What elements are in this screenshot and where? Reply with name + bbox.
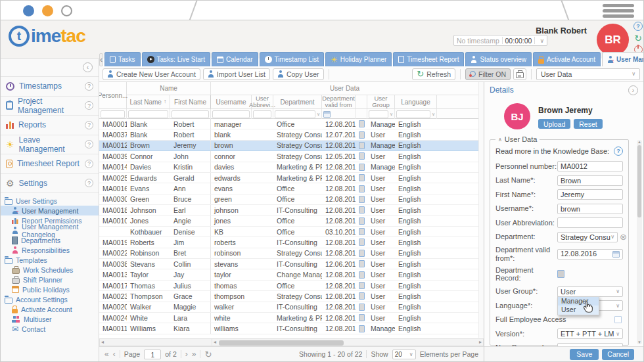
full-employee-access-checkbox[interactable]	[614, 316, 622, 323]
record-icon[interactable]	[359, 292, 365, 300]
column-header-username[interactable]: Username	[211, 95, 252, 109]
hamburger-menu-icon[interactable]	[603, 4, 634, 18]
column-header-first-name[interactable]: First Name	[170, 95, 211, 109]
table-row[interactable]: MA0023ThompsonGracethompsonStrategy Cons…	[99, 291, 484, 302]
tree-item-contact[interactable]: ✉Contact	[1, 324, 99, 334]
print-button[interactable]	[513, 68, 526, 80]
table-row[interactable]: MA0022RobinsonBretrobinsonStrategy Consu…	[99, 248, 484, 259]
page-size-select[interactable]: 20∨	[392, 350, 416, 359]
scroll-right-icon[interactable]: ▸	[479, 340, 482, 345]
record-icon[interactable]	[359, 174, 365, 181]
tab-timesheet-report[interactable]: Timesheet Report	[393, 52, 464, 66]
tab-holiday-planner[interactable]: ☀Holiday Planner	[325, 52, 392, 66]
sidebar-item-settings[interactable]: ⚙Settings?	[1, 174, 99, 194]
tree-item-account-settings[interactable]: Account Settings	[1, 294, 99, 304]
table-row[interactable]: MA0014DaviesKristindaviesMarketing & PR1…	[99, 162, 484, 173]
record-icon[interactable]	[359, 152, 365, 160]
table-row[interactable]: MA0013TaylorJaytaylorChange Management12…	[99, 269, 484, 280]
sidebar-item-reports[interactable]: Reports?	[1, 116, 99, 135]
filter-personnel-input[interactable]	[101, 110, 125, 118]
next-page-button[interactable]: ›	[185, 350, 188, 358]
table-row[interactable]: KothbauerDeniseKBOffice03.10.2016UserEng…	[99, 227, 484, 237]
window-dot-blue-icon[interactable]	[23, 5, 34, 16]
record-icon[interactable]	[359, 164, 365, 171]
refresh-button[interactable]: ↻Refresh	[412, 68, 455, 80]
knowledge-base-help-icon[interactable]: ?	[614, 147, 623, 156]
view-mode-select[interactable]: User Data ∨	[536, 68, 640, 80]
details-scrollbar[interactable]: ▲ ▼	[637, 140, 642, 344]
filter-abbreviation-input[interactable]	[253, 110, 271, 118]
sidebar-item-timestamps[interactable]: Timestamps?	[1, 77, 99, 97]
table-row[interactable]: MA0018JohnsonEarljohnsonIT-Consulting12.…	[99, 205, 484, 215]
upload-button[interactable]: Upload	[538, 119, 570, 129]
help-icon[interactable]: ?	[85, 121, 93, 129]
table-row[interactable]: MA0030GreenBrucegreenOffice12.08.2016Use…	[99, 194, 484, 205]
table-row[interactable]: MA0037BlankRobertblankStrategy Consultin…	[99, 129, 484, 140]
tree-item-user-management-changelog[interactable]: User Management Changelog	[1, 225, 99, 235]
refresh-icon[interactable]: ↻	[633, 34, 643, 43]
column-header-personnel[interactable]: Personn...	[99, 82, 127, 109]
column-header-user-group[interactable]: User Group	[367, 95, 395, 109]
tree-item-work-schedules[interactable]: Work Schedules	[1, 265, 99, 275]
table-row[interactable]: MA0019RobertsJimrobertsIT-Consulting12.0…	[99, 237, 484, 248]
record-icon[interactable]	[359, 282, 365, 289]
tree-item-responsibilities[interactable]: Responsibilities	[1, 245, 99, 255]
table-row[interactable]: MA0038StevansCollinstevansIT-Consulting1…	[99, 259, 484, 269]
record-icon[interactable]	[359, 131, 365, 139]
prev-page-button[interactable]: ‹	[113, 350, 116, 358]
sidebar-item-project-management[interactable]: Project Management?	[1, 97, 99, 116]
copy-user-button[interactable]: Copy User	[273, 68, 324, 80]
help-icon[interactable]: ?	[633, 22, 643, 31]
tab-tasks[interactable]: Tasks	[104, 52, 141, 66]
table-row[interactable]: MA0017ThomasJuliusthomasOffice12.08.2016…	[99, 281, 484, 291]
table-row[interactable]: MA0025EdwardsGeraldedwardsMarketing & PR…	[99, 173, 484, 183]
user-abbreviation-input[interactable]	[557, 217, 623, 228]
tree-item-user-settings[interactable]: User Settings	[1, 196, 99, 206]
first-page-button[interactable]: «	[104, 350, 109, 358]
record-icon[interactable]	[359, 238, 365, 246]
detail-avatar[interactable]: BJ	[504, 103, 530, 129]
refresh-table-icon[interactable]: ↻	[204, 350, 212, 359]
tree-item-multiuser[interactable]: Multiuser	[1, 314, 99, 324]
calendar-icon[interactable]	[612, 251, 620, 258]
cancel-button[interactable]: Cancel	[602, 349, 634, 360]
column-header-department[interactable]: Department	[273, 95, 322, 109]
record-icon[interactable]	[359, 228, 365, 235]
scroll-up-icon[interactable]: ▲	[637, 140, 642, 144]
column-header-language[interactable]: Language	[395, 95, 437, 109]
timestamp-status-input[interactable]: No timestamp run... 00:00:00 ∨	[453, 35, 547, 46]
scroll-columns-scrollbar[interactable]: ◂ ▸	[212, 338, 484, 346]
column-header-last-name[interactable]: Last Name↑	[127, 95, 170, 109]
filter-department-select[interactable]	[275, 110, 315, 118]
record-icon[interactable]	[359, 142, 365, 149]
record-icon[interactable]	[359, 314, 365, 321]
frozen-columns-scrollbar[interactable]: ◂	[99, 338, 212, 346]
record-icon[interactable]	[359, 325, 365, 332]
tree-item-shift-planner[interactable]: Shift Planner	[1, 275, 99, 284]
record-icon[interactable]	[359, 217, 365, 225]
record-icon[interactable]	[359, 120, 365, 127]
help-icon[interactable]: ?	[85, 82, 93, 91]
tree-item-user-management[interactable]: User Management	[1, 206, 99, 215]
record-icon[interactable]	[557, 270, 564, 278]
filter-username-input[interactable]	[212, 110, 250, 118]
table-row[interactable]: MA0020WalkerMaggiewalkerIT-Consulting12.…	[99, 302, 484, 313]
details-expand-button[interactable]: ›	[628, 85, 638, 95]
create-new-user-button[interactable]: Create New User Account	[103, 68, 200, 80]
filter-last-name-input[interactable]	[128, 110, 168, 118]
save-button[interactable]: Save	[570, 349, 599, 360]
scroll-down-icon[interactable]: ▼	[637, 340, 642, 344]
tab-activate-account[interactable]: Activate Account	[533, 52, 601, 66]
department-valid-from-input[interactable]: 12.08.2016	[557, 249, 623, 260]
record-icon[interactable]	[359, 206, 365, 214]
version-select[interactable]: ETT + PTT + LM∨	[557, 328, 623, 339]
clear-icon[interactable]: ⊗	[620, 233, 627, 241]
tab-tasks-live-start[interactable]: Tasks: Live Start	[142, 52, 210, 66]
record-icon[interactable]	[359, 196, 365, 203]
table-row[interactable]: MA0012BrownJeremybrownStrategy Consultin…	[99, 141, 484, 151]
chevron-down-icon[interactable]: ∨	[540, 37, 544, 44]
sidebar-collapse-button[interactable]: ‹	[83, 62, 93, 72]
scrollbar-handle[interactable]	[637, 145, 641, 217]
tree-item-public-holidays[interactable]: Public Holidays	[1, 284, 99, 294]
filter-user-group-select[interactable]	[369, 110, 388, 118]
